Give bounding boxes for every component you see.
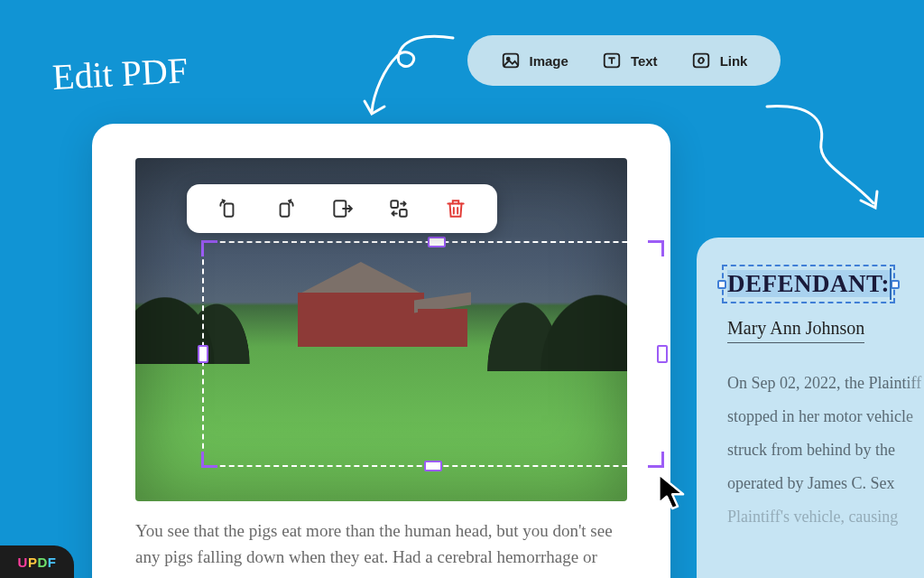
brand-badge: UPDF: [0, 545, 74, 578]
text-handle-right[interactable]: [891, 280, 900, 289]
text-mode-button[interactable]: Text: [602, 51, 658, 70]
text-mode-label: Text: [631, 53, 658, 69]
rotate-left-button[interactable]: [213, 193, 244, 224]
resize-handle-tr[interactable]: [648, 240, 664, 256]
link-icon: [691, 51, 711, 70]
edit-mode-toolbar: Image Text Link: [467, 35, 781, 86]
extract-image-button[interactable]: [327, 193, 357, 224]
mouse-cursor-icon: [657, 472, 688, 512]
defendant-heading[interactable]: DEFENDANT:: [727, 270, 890, 297]
delete-image-button[interactable]: [440, 193, 471, 224]
arrow-wavy-icon: [758, 99, 902, 226]
document-card: You see that the pigs eat more than the …: [92, 124, 670, 578]
legal-line: Plaintiff's vehicle, causing: [727, 500, 922, 534]
page-title: Edit PDF: [51, 49, 189, 98]
svg-rect-7: [391, 200, 398, 208]
link-mode-label: Link: [720, 53, 748, 69]
text-icon: [602, 51, 622, 70]
resize-handle-right[interactable]: [657, 345, 668, 363]
selected-text-box[interactable]: DEFENDANT:: [727, 268, 890, 300]
legal-line: struck from behind by the: [727, 434, 922, 467]
resize-handle-br[interactable]: [648, 452, 664, 468]
image-mode-button[interactable]: Image: [501, 51, 568, 70]
legal-body-text[interactable]: On Sep 02, 2022, the Plaintiff stopped i…: [727, 367, 922, 533]
text-handle-left[interactable]: [717, 280, 726, 289]
image-edit-toolbar: [187, 184, 497, 233]
svg-rect-8: [400, 210, 407, 217]
embedded-image[interactable]: [135, 158, 627, 501]
link-mode-button[interactable]: Link: [691, 51, 748, 70]
resize-handle-left[interactable]: [198, 345, 208, 363]
replace-image-button[interactable]: [383, 193, 414, 224]
svg-rect-5: [280, 204, 289, 217]
text-edit-panel: DEFENDANT: Mary Ann Johnson On Sep 02, 2…: [697, 238, 924, 578]
arrow-swoosh-icon: [354, 29, 462, 128]
image-mode-label: Image: [530, 53, 568, 69]
svg-rect-3: [693, 54, 708, 68]
resize-handle-top[interactable]: [428, 237, 446, 247]
document-body-text[interactable]: You see that the pigs eat more than the …: [135, 517, 627, 578]
resize-handle-tl[interactable]: [201, 240, 217, 256]
defendant-name[interactable]: Mary Ann Johnson: [727, 318, 864, 343]
text-caret: [890, 268, 892, 300]
legal-line: On Sep 02, 2022, the Plaintiff: [727, 367, 922, 400]
resize-handle-bl[interactable]: [201, 452, 217, 468]
resize-handle-bottom[interactable]: [424, 461, 442, 471]
rotate-right-button[interactable]: [270, 193, 300, 224]
image-icon: [501, 51, 521, 70]
legal-line: stopped in her motor vehicle: [727, 400, 922, 434]
legal-line: operated by James C. Sex: [727, 467, 922, 500]
image-selection-box[interactable]: [202, 241, 663, 467]
svg-rect-4: [224, 204, 233, 217]
